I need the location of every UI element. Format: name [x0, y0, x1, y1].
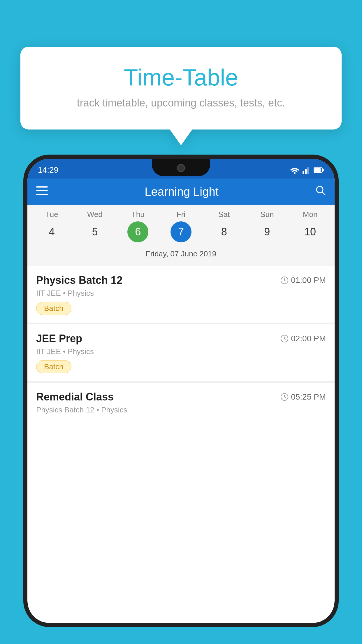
phone-notch [152, 159, 210, 176]
day-number-0[interactable]: 4 [41, 221, 62, 242]
wifi-icon [290, 166, 300, 174]
day-number-6[interactable]: 10 [300, 221, 321, 242]
phone-screen: 14:29 [27, 159, 335, 623]
svg-rect-6 [323, 169, 324, 171]
day-number-1[interactable]: 5 [85, 221, 106, 242]
status-time: 14:29 [38, 165, 58, 175]
day-label-0: Tue [45, 210, 58, 219]
day-number-5[interactable]: 9 [256, 221, 277, 242]
svg-rect-5 [314, 168, 321, 172]
class-item-1[interactable]: JEE Prep02:00 PMIIT JEE • PhysicsBatch [27, 324, 335, 381]
phone-frame: 14:29 [23, 155, 339, 627]
power-button[interactable] [335, 275, 339, 299]
clock-icon-0 [280, 276, 289, 284]
day-cell-thu[interactable]: Thu6 [119, 210, 157, 242]
calendar-strip: Tue4Wed5Thu6Fri7Sat8Sun9Mon10 Friday, 07… [27, 205, 335, 266]
class-name-0: Physics Batch 12 [36, 274, 122, 286]
class-name-2: Remedial Class [36, 391, 114, 403]
svg-point-0 [294, 172, 296, 174]
day-cell-tue[interactable]: Tue4 [33, 210, 71, 242]
signal-icon [303, 166, 311, 174]
status-icons [290, 166, 324, 174]
phone-camera [177, 164, 185, 172]
tooltip-subtitle: track timetable, upcoming classes, tests… [38, 97, 324, 109]
svg-line-17 [284, 339, 286, 340]
batch-badge-0: Batch [36, 302, 71, 315]
svg-line-14 [284, 280, 286, 281]
search-button[interactable] [315, 185, 326, 198]
day-cell-sun[interactable]: Sun9 [248, 210, 286, 242]
clock-icon-1 [280, 335, 289, 343]
day-label-4: Sat [218, 210, 230, 219]
day-number-2[interactable]: 6 [127, 221, 148, 242]
svg-line-20 [284, 397, 286, 398]
class-subject-0: IIT JEE • Physics [36, 289, 326, 298]
app-header: Learning Light [27, 178, 335, 205]
svg-rect-8 [36, 190, 48, 191]
tooltip-title: Time-Table [38, 64, 324, 91]
selected-date-label: Friday, 07 June 2019 [30, 245, 332, 263]
day-cell-wed[interactable]: Wed5 [76, 210, 114, 242]
class-name-1: JEE Prep [36, 332, 82, 345]
class-subject-2: Physics Batch 12 • Physics [36, 405, 326, 414]
class-list: Physics Batch 1201:00 PMIIT JEE • Physic… [27, 266, 335, 426]
clock-icon-2 [280, 393, 289, 401]
batch-badge-1: Batch [36, 360, 71, 373]
day-label-6: Mon [303, 210, 318, 219]
svg-line-11 [322, 192, 325, 195]
menu-button[interactable] [36, 186, 48, 198]
app-title: Learning Light [145, 185, 219, 198]
day-cell-sat[interactable]: Sat8 [205, 210, 243, 242]
class-time-0: 01:00 PM [280, 276, 326, 285]
svg-point-10 [317, 186, 323, 193]
days-row: Tue4Wed5Thu6Fri7Sat8Sun9Mon10 [30, 210, 332, 242]
class-time-2: 05:25 PM [280, 392, 326, 402]
class-item-2[interactable]: Remedial Class05:25 PMPhysics Batch 12 •… [27, 383, 335, 426]
day-label-2: Thu [131, 210, 145, 219]
svg-rect-2 [305, 169, 307, 174]
volume-down-button[interactable] [23, 272, 27, 302]
svg-rect-3 [307, 167, 309, 174]
silent-button[interactable] [23, 307, 27, 337]
svg-rect-7 [36, 186, 48, 188]
phone-container: 14:29 [23, 155, 339, 644]
day-label-1: Wed [87, 210, 103, 219]
class-subject-1: IIT JEE • Physics [36, 347, 326, 356]
day-label-3: Fri [177, 210, 185, 219]
class-time-1: 02:00 PM [280, 334, 326, 343]
class-item-0[interactable]: Physics Batch 1201:00 PMIIT JEE • Physic… [27, 266, 335, 323]
day-label-5: Sun [260, 210, 274, 219]
tooltip-card: Time-Table track timetable, upcoming cla… [20, 47, 342, 130]
day-cell-mon[interactable]: Mon10 [291, 210, 329, 242]
day-number-3[interactable]: 7 [171, 221, 191, 242]
svg-rect-9 [36, 194, 48, 195]
day-cell-fri[interactable]: Fri7 [162, 210, 200, 242]
battery-icon [314, 167, 324, 173]
svg-rect-1 [303, 171, 304, 174]
volume-up-button[interactable] [23, 246, 27, 264]
day-number-4[interactable]: 8 [214, 221, 235, 242]
